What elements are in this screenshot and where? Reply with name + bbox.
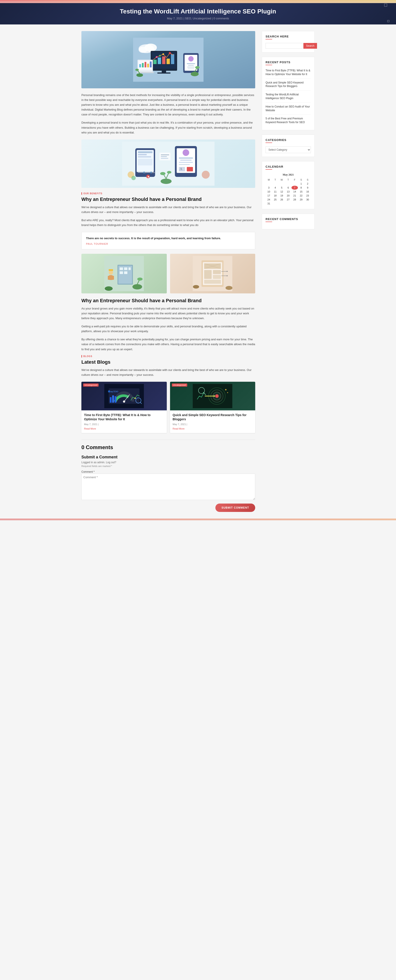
- calendar-row: 12: [266, 182, 311, 186]
- blogs-intro: We've designed a culture that allows our…: [81, 368, 255, 377]
- svg-rect-78: [120, 267, 123, 270]
- page-title: Testing the WordLift Artificial Intellig…: [5, 8, 391, 15]
- blog-card-1-body: Time to First Byte (TTFB): What It Is & …: [81, 410, 167, 433]
- cal-th-s2: S: [304, 178, 311, 182]
- calendar-widget: CALENDAR May 2021 M T W T F S S 12345678…: [262, 161, 315, 209]
- header-decoration: [384, 3, 387, 6]
- recent-post-item: Testing the WordLift Artificial Intellig…: [266, 93, 311, 103]
- svg-point-63: [161, 179, 172, 184]
- hero-image-inner: [81, 31, 255, 88]
- svg-point-67: [167, 171, 171, 173]
- svg-rect-16: [157, 72, 171, 73]
- calendar-body: 1234567891011121314151617181920212223242…: [266, 182, 311, 205]
- svg-rect-29: [188, 65, 194, 66]
- section2-p1: As your brand grows and you gain more vi…: [81, 306, 255, 321]
- svg-rect-8: [162, 56, 165, 64]
- calendar-cell: 12: [279, 190, 285, 194]
- svg-text:A: A: [180, 167, 182, 171]
- blog-card-1-read-more[interactable]: Read More: [84, 427, 96, 430]
- calendar-cell: 27: [285, 197, 291, 202]
- calendar-cell: [279, 182, 285, 186]
- blog-card-2-tag: Uncategorized: [172, 383, 187, 387]
- svg-rect-58: [179, 162, 193, 163]
- login-note: Logged in as admin. Log out?: [81, 461, 255, 464]
- calendar-month: May 2021: [266, 173, 311, 177]
- recent-post-item: How to Conduct an SEO Audit of Your Webs…: [266, 105, 311, 115]
- submit-comment-button[interactable]: SUBMIT COMMENT: [215, 504, 255, 512]
- mid-svg-illustration: 1 50 100 A: [122, 142, 214, 186]
- calendar-cell: 26: [279, 197, 285, 202]
- blog-card-2-read-more[interactable]: Read More: [173, 427, 185, 430]
- calendar-cell: 22: [298, 194, 304, 197]
- blog-card-2-date: May 7, 2021 |: [173, 423, 253, 426]
- svg-text:★: ★: [225, 388, 227, 391]
- comments-title: 0 Comments: [81, 444, 255, 450]
- svg-point-3: [139, 47, 147, 53]
- svg-point-69: [131, 176, 136, 180]
- image-placeholder-1: [81, 254, 167, 293]
- comment-textarea[interactable]: [81, 474, 255, 500]
- calendar-cell: [291, 182, 298, 186]
- cal-th-w: W: [279, 178, 285, 182]
- svg-rect-10: [171, 54, 174, 64]
- svg-point-12: [159, 55, 161, 57]
- blog-card-2-body: Quick and Simple SEO Keyword Research Ti…: [170, 410, 255, 433]
- calendar-cell: 20: [285, 194, 291, 197]
- site-header: Testing the WordLift Artificial Intellig…: [0, 1, 396, 24]
- svg-text:myTOO: myTOO: [111, 390, 118, 393]
- calendar-cell: [291, 202, 298, 205]
- calendar-cell: 16: [304, 190, 311, 194]
- article-paragraph-2: Developing a personal brand is more than…: [81, 120, 255, 135]
- svg-point-27: [188, 56, 193, 62]
- categories-select[interactable]: Select Category: [266, 146, 311, 153]
- section-brand: Why an Entrepreneur Should have a Person…: [81, 298, 255, 352]
- blog-card-1-date: May 7, 2021 |: [84, 423, 164, 426]
- illustration-1: [104, 256, 144, 291]
- two-images-row: [81, 254, 255, 293]
- svg-rect-114: [115, 396, 116, 402]
- recent-post-link-0[interactable]: Time to First Byte (TTFB): What It Is & …: [266, 69, 311, 76]
- svg-point-32: [136, 73, 143, 77]
- search-button[interactable]: Search: [303, 43, 317, 49]
- svg-rect-113: [112, 395, 114, 402]
- article-paragraph-1: Personal branding remains one of the bes…: [81, 93, 255, 117]
- recent-post-item: Quick and Simple SEO Keyword Research Ti…: [266, 81, 311, 91]
- calendar-row: 10111213141516: [266, 190, 311, 194]
- search-input[interactable]: [266, 43, 303, 49]
- image-placeholder-2: [170, 254, 255, 293]
- section2-p2: Getting a well-paid job requires you to …: [81, 324, 255, 334]
- svg-rect-6: [153, 60, 157, 64]
- calendar-cell: 28: [291, 197, 298, 202]
- recent-post-link-2[interactable]: Testing the WordLift Artificial Intellig…: [266, 93, 311, 100]
- recent-post-link-3[interactable]: How to Conduct an SEO Audit of Your Webs…: [266, 105, 311, 112]
- calendar-cell: 2: [304, 182, 311, 186]
- svg-rect-79: [124, 267, 127, 270]
- calendar-table: M T W T F S S 12345678910111213141516171…: [266, 178, 311, 205]
- blog-card-2-image: Uncategorized: [170, 382, 255, 410]
- svg-rect-21: [144, 62, 146, 67]
- blogs-title: Latest Blogs: [81, 359, 255, 365]
- section-tag-blogs: BLOGS: [81, 355, 255, 358]
- svg-text:100: 100: [152, 172, 154, 174]
- svg-text:1: 1: [137, 172, 138, 174]
- svg-rect-44: [138, 159, 152, 165]
- calendar-cell: [266, 182, 272, 186]
- calendar-cell: [279, 202, 285, 205]
- calendar-cell: [272, 202, 278, 205]
- blog-card-2-title: Quick and Simple SEO Keyword Research Ti…: [173, 413, 253, 422]
- calendar-cell: 4: [272, 186, 278, 190]
- recent-post-link-4[interactable]: 5 of the Best Free and Premium Keyword R…: [266, 117, 311, 124]
- blog-card-1-svg: myTOO: [104, 384, 144, 408]
- calendar-cell: 7: [291, 186, 298, 190]
- svg-rect-56: [179, 158, 193, 159]
- svg-rect-98: [213, 275, 221, 279]
- svg-rect-28: [187, 63, 195, 64]
- calendar-cell: 25: [272, 197, 278, 202]
- calendar-cell: 5: [279, 186, 285, 190]
- recent-post-link-1[interactable]: Quick and Simple SEO Keyword Research Ti…: [266, 81, 311, 88]
- svg-rect-80: [128, 267, 131, 270]
- calendar-cell: 24: [266, 197, 272, 202]
- blog-card-2: Uncategorized: [170, 382, 255, 433]
- calendar-title: CALENDAR: [266, 165, 311, 171]
- svg-rect-22: [147, 64, 149, 67]
